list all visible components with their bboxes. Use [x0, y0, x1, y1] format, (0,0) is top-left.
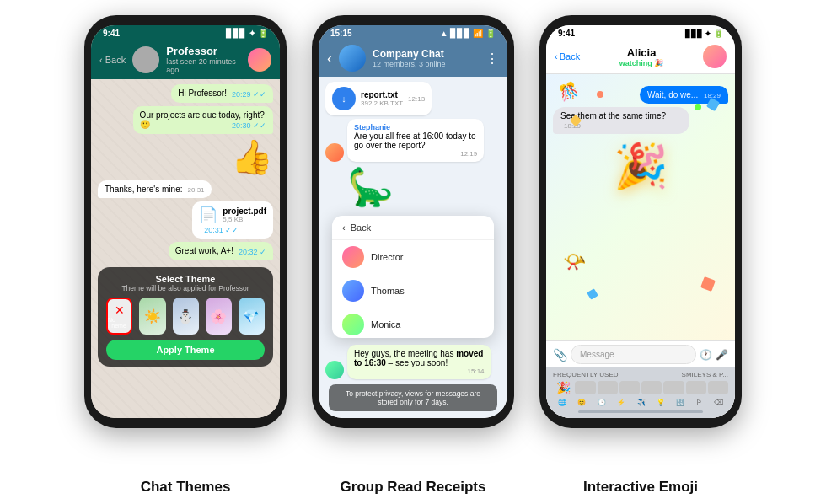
phone1-contact-status: last seen 20 minutes ago: [166, 57, 241, 74]
phone1-chat-area: Hi Professor! 20:29 ✓✓ Our projects are …: [91, 79, 280, 418]
msg-time: 20:31: [188, 186, 205, 194]
theme-select-panel: Select Theme Theme will be also applied …: [98, 267, 273, 367]
rr-reader-item: Director: [332, 240, 494, 274]
theme-option-1[interactable]: ☀️: [139, 298, 165, 335]
phone3-screen: 9:41 ▊▊▊ ✦ 🔋 ‹ Back Alicia watching 🎉: [546, 25, 735, 418]
phone2-section: 15:15 ▲ ▊▊▊ 📶 🔋 ‹ Company Chat 12 member…: [312, 15, 514, 428]
emoji-cell[interactable]: [708, 381, 728, 394]
confetti-dot: [587, 288, 598, 300]
emoji-cell[interactable]: [575, 381, 595, 394]
final-msg-time: 15:14: [354, 367, 485, 375]
msg-text: Thanks, here's mine:: [105, 185, 183, 194]
read-receipts-dropdown: ‹ Back Director Thomas: [332, 216, 494, 338]
theme-no-option[interactable]: ✕ No Theme: [106, 298, 132, 335]
final-msg-text: Hey guys, the meeting has moved to 16:30…: [354, 349, 483, 367]
phone1-contact-avatar: [132, 46, 159, 73]
mic-icon[interactable]: 🎤: [716, 349, 728, 361]
reader-avatar: [342, 314, 364, 335]
rr-reader-item: Thomas: [332, 274, 494, 308]
phone3-label: Interactive Emoji: [539, 479, 742, 496]
phone1-contact-info: Professor last seen 20 minutes ago: [166, 45, 241, 74]
phone3-contact-avatar: [703, 45, 727, 68]
sender-avatar: [325, 143, 344, 162]
msg-time: 12:19: [354, 150, 477, 158]
privacy-notice: To protect privacy, views for messages a…: [329, 384, 497, 411]
message-input-row: 📎 Message 🕐 🎤: [546, 341, 735, 367]
attachment-icon[interactable]: 📎: [553, 348, 567, 362]
message-input[interactable]: Message: [571, 345, 696, 364]
rr-back-label: Back: [351, 223, 371, 233]
clock-icon: 🕐: [700, 349, 712, 361]
apply-theme-button[interactable]: Apply Theme: [106, 340, 265, 360]
phone3-contact-info: Alicia watching 🎉: [620, 46, 664, 67]
phone1-contact-name: Professor: [166, 45, 241, 57]
phone2-menu-icon[interactable]: ⋮: [485, 51, 499, 67]
emoji-cell[interactable]: [641, 381, 662, 394]
phone1-section: 9:41 ▊▊▊ ✦ 🔋 ‹ Back Professor last seen …: [84, 15, 287, 428]
emoji-cell[interactable]: 🎉: [553, 381, 573, 394]
emoji-cell[interactable]: [663, 381, 684, 394]
phone1-back-icon[interactable]: ‹ Back: [99, 55, 126, 65]
phone3-contact-status: watching 🎉: [620, 59, 664, 67]
phone2-group-avatar: [339, 45, 366, 72]
msg-time: 20:31 ✓✓: [204, 226, 266, 234]
file-name: project.pdf: [223, 206, 266, 216]
msg-time: 20:30 ✓✓: [232, 121, 266, 130]
theme-option-2[interactable]: ⛄: [173, 298, 199, 335]
symbols-icon: 🔣: [676, 399, 684, 406]
msg-text: Are you all free at 16:00 today to go ov…: [354, 131, 477, 150]
travel-icon: ✈️: [637, 399, 646, 406]
theme-option-3[interactable]: 🌸: [206, 298, 232, 335]
emoji-bubble: 👍: [231, 137, 273, 177]
phone3-back-button[interactable]: ‹ Back: [555, 51, 580, 62]
app-container: 9:41 ▊▊▊ ✦ 🔋 ‹ Back Professor last seen …: [0, 0, 826, 504]
emoji-cell[interactable]: [620, 381, 640, 394]
globe-icon[interactable]: 🌐: [558, 399, 566, 406]
theme-panel-title: Select Theme: [106, 274, 265, 284]
rr-reader-item: Monica: [332, 308, 494, 338]
emoji-cell[interactable]: [598, 381, 618, 394]
phone3-time: 9:41: [558, 29, 575, 38]
back-chevron-icon: ‹: [555, 51, 558, 62]
reader-avatar: [342, 246, 364, 268]
keyboard-toolbar: 🌐 😊 🕒 ⚡ ✈️ 💡 🔣 🏳 ⌫: [553, 397, 728, 408]
theme-option-4[interactable]: 💎: [239, 298, 265, 335]
phone1-header-avatar-right: [248, 48, 271, 72]
msg-text: Wait, do we...: [647, 90, 698, 99]
labels-row: Chat Themes Group Read Receipts Interact…: [0, 475, 826, 504]
phone2-screen: 15:15 ▲ ▊▊▊ 📶 🔋 ‹ Company Chat 12 member…: [319, 25, 507, 418]
phone2-back-icon[interactable]: ‹: [327, 50, 332, 67]
back-label: Back: [560, 51, 580, 62]
phone3-contact-name: Alicia: [627, 46, 657, 59]
file-info: project.pdf 5,5 KB: [223, 206, 266, 223]
emoji-icon[interactable]: 😊: [577, 399, 586, 406]
file-time: 12:13: [408, 95, 425, 103]
phone1-status-bar: 9:41 ▊▊▊ ✦ 🔋: [91, 25, 280, 40]
phone2-group-info: Company Chat 12 members, 3 online: [373, 48, 479, 68]
objects-icon: 💡: [657, 399, 665, 406]
file-icon: 📄: [199, 206, 217, 224]
file-info: report.txt 392.2 KB TXT: [361, 90, 403, 107]
sticker-bubble: 🦕: [347, 165, 394, 209]
rr-back-arrow: ‹: [342, 223, 346, 233]
input-icons: 🕐 🎤: [700, 349, 728, 361]
confetti-dot: [700, 276, 716, 292]
phone1-time: 9:41: [103, 29, 120, 38]
emoji-grid: 🎉: [553, 381, 728, 394]
theme-panel-subtitle: Theme will be also applied for Professor: [106, 284, 265, 292]
delete-icon[interactable]: ⌫: [714, 399, 723, 406]
frequently-used-label: FREQUENTLY USED: [553, 371, 619, 378]
phone1-header: ‹ Back Professor last seen 20 minutes ag…: [91, 40, 280, 79]
rr-back-button[interactable]: ‹ Back: [332, 216, 494, 240]
reader-name: Thomas: [371, 286, 405, 296]
msg-time: 20:29 ✓✓: [232, 90, 266, 99]
phone1-label: Chat Themes: [84, 479, 287, 496]
flags-icon: 🏳: [696, 399, 703, 406]
phone2-signal: ▲ ▊▊▊ 📶 🔋: [440, 29, 496, 38]
emoji-cell[interactable]: [686, 381, 706, 394]
file-size: 392.2 KB TXT: [361, 99, 403, 107]
confetti-icon: 🎊: [556, 80, 580, 104]
clock-icon: 🕒: [598, 399, 606, 406]
confetti-dot: [695, 104, 701, 110]
phone2-group-name: Company Chat: [373, 48, 479, 60]
